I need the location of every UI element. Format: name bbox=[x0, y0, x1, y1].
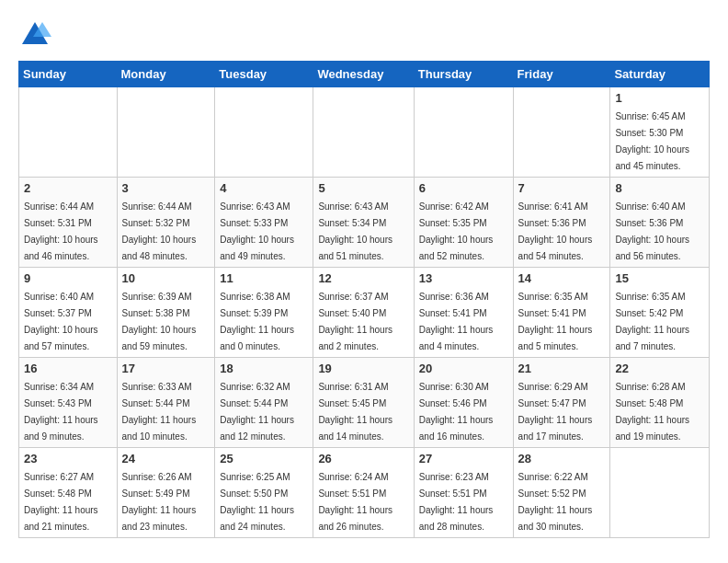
day-info: Sunrise: 6:43 AMSunset: 5:33 PMDaylight:… bbox=[220, 201, 294, 261]
week-row-4: 23 Sunrise: 6:27 AMSunset: 5:48 PMDaylig… bbox=[19, 448, 710, 538]
header bbox=[18, 18, 710, 52]
calendar-cell bbox=[117, 87, 215, 178]
day-number: 24 bbox=[122, 452, 210, 465]
calendar-cell: 16 Sunrise: 6:34 AMSunset: 5:43 PMDaylig… bbox=[19, 358, 118, 448]
day-number: 16 bbox=[24, 362, 112, 375]
day-info: Sunrise: 6:33 AMSunset: 5:44 PMDaylight:… bbox=[122, 382, 197, 442]
day-info: Sunrise: 6:24 AMSunset: 5:51 PMDaylight:… bbox=[318, 472, 392, 532]
day-info: Sunrise: 6:26 AMSunset: 5:49 PMDaylight:… bbox=[122, 472, 197, 532]
calendar-cell: 15 Sunrise: 6:35 AMSunset: 5:42 PMDaylig… bbox=[610, 268, 710, 358]
calendar-cell: 10 Sunrise: 6:39 AMSunset: 5:38 PMDaylig… bbox=[117, 268, 215, 358]
day-info: Sunrise: 6:37 AMSunset: 5:40 PMDaylight:… bbox=[318, 292, 392, 351]
day-number: 4 bbox=[220, 181, 308, 195]
day-info: Sunrise: 6:44 AMSunset: 5:31 PMDaylight:… bbox=[24, 201, 98, 261]
header-row: SundayMondayTuesdayWednesdayThursdayFrid… bbox=[19, 62, 710, 87]
calendar-cell: 8 Sunrise: 6:40 AMSunset: 5:36 PMDayligh… bbox=[610, 178, 710, 268]
day-number: 23 bbox=[24, 452, 112, 465]
calendar-cell: 7 Sunrise: 6:41 AMSunset: 5:36 PMDayligh… bbox=[513, 178, 610, 268]
calendar-cell: 3 Sunrise: 6:44 AMSunset: 5:32 PMDayligh… bbox=[117, 178, 215, 268]
week-row-0: 1 Sunrise: 6:45 AMSunset: 5:30 PMDayligh… bbox=[19, 87, 710, 178]
day-info: Sunrise: 6:27 AMSunset: 5:48 PMDaylight:… bbox=[24, 472, 98, 532]
calendar-cell: 27 Sunrise: 6:23 AMSunset: 5:51 PMDaylig… bbox=[414, 448, 513, 538]
logo bbox=[18, 18, 57, 52]
day-number: 9 bbox=[24, 271, 112, 285]
day-number: 12 bbox=[318, 271, 408, 285]
day-header-tuesday: Tuesday bbox=[215, 62, 313, 87]
day-number: 1 bbox=[615, 91, 704, 105]
day-number: 14 bbox=[518, 271, 606, 285]
logo-icon bbox=[18, 18, 51, 52]
day-info: Sunrise: 6:39 AMSunset: 5:38 PMDaylight:… bbox=[122, 292, 197, 351]
day-number: 20 bbox=[419, 362, 508, 375]
day-info: Sunrise: 6:35 AMSunset: 5:41 PMDaylight:… bbox=[518, 292, 593, 351]
calendar-cell: 19 Sunrise: 6:31 AMSunset: 5:45 PMDaylig… bbox=[313, 358, 414, 448]
day-info: Sunrise: 6:40 AMSunset: 5:37 PMDaylight:… bbox=[24, 292, 98, 351]
day-info: Sunrise: 6:35 AMSunset: 5:42 PMDaylight:… bbox=[615, 292, 689, 351]
day-header-monday: Monday bbox=[117, 62, 215, 87]
day-number: 13 bbox=[419, 271, 508, 285]
day-info: Sunrise: 6:36 AMSunset: 5:41 PMDaylight:… bbox=[419, 292, 494, 351]
week-row-1: 2 Sunrise: 6:44 AMSunset: 5:31 PMDayligh… bbox=[19, 178, 710, 268]
day-info: Sunrise: 6:42 AMSunset: 5:35 PMDaylight:… bbox=[419, 201, 494, 261]
calendar-cell bbox=[513, 87, 610, 178]
day-info: Sunrise: 6:34 AMSunset: 5:43 PMDaylight:… bbox=[24, 382, 98, 442]
calendar-cell: 23 Sunrise: 6:27 AMSunset: 5:48 PMDaylig… bbox=[19, 448, 118, 538]
day-number: 26 bbox=[318, 452, 408, 465]
day-info: Sunrise: 6:29 AMSunset: 5:47 PMDaylight:… bbox=[518, 382, 593, 442]
day-info: Sunrise: 6:38 AMSunset: 5:39 PMDaylight:… bbox=[220, 292, 294, 351]
day-number: 10 bbox=[122, 271, 210, 285]
calendar-cell bbox=[215, 87, 313, 178]
calendar-cell: 28 Sunrise: 6:22 AMSunset: 5:52 PMDaylig… bbox=[513, 448, 610, 538]
calendar-cell: 9 Sunrise: 6:40 AMSunset: 5:37 PMDayligh… bbox=[19, 268, 118, 358]
day-info: Sunrise: 6:44 AMSunset: 5:32 PMDaylight:… bbox=[122, 201, 197, 261]
day-info: Sunrise: 6:30 AMSunset: 5:46 PMDaylight:… bbox=[419, 382, 494, 442]
calendar-cell: 17 Sunrise: 6:33 AMSunset: 5:44 PMDaylig… bbox=[117, 358, 215, 448]
week-row-3: 16 Sunrise: 6:34 AMSunset: 5:43 PMDaylig… bbox=[19, 358, 710, 448]
calendar-cell: 12 Sunrise: 6:37 AMSunset: 5:40 PMDaylig… bbox=[313, 268, 414, 358]
calendar-cell bbox=[414, 87, 513, 178]
day-header-sunday: Sunday bbox=[19, 62, 118, 87]
day-number: 18 bbox=[220, 362, 308, 375]
day-number: 17 bbox=[122, 362, 210, 375]
day-number: 21 bbox=[518, 362, 606, 375]
calendar-cell: 14 Sunrise: 6:35 AMSunset: 5:41 PMDaylig… bbox=[513, 268, 610, 358]
day-number: 7 bbox=[518, 181, 606, 195]
day-info: Sunrise: 6:22 AMSunset: 5:52 PMDaylight:… bbox=[518, 472, 593, 532]
day-info: Sunrise: 6:41 AMSunset: 5:36 PMDaylight:… bbox=[518, 201, 593, 261]
calendar-cell bbox=[313, 87, 414, 178]
calendar-cell bbox=[610, 448, 710, 538]
calendar-cell: 22 Sunrise: 6:28 AMSunset: 5:48 PMDaylig… bbox=[610, 358, 710, 448]
day-info: Sunrise: 6:31 AMSunset: 5:45 PMDaylight:… bbox=[318, 382, 392, 442]
day-header-friday: Friday bbox=[513, 62, 610, 87]
day-number: 6 bbox=[419, 181, 508, 195]
day-info: Sunrise: 6:40 AMSunset: 5:36 PMDaylight:… bbox=[615, 201, 689, 261]
day-number: 5 bbox=[318, 181, 408, 195]
calendar-cell: 2 Sunrise: 6:44 AMSunset: 5:31 PMDayligh… bbox=[19, 178, 118, 268]
calendar-cell: 20 Sunrise: 6:30 AMSunset: 5:46 PMDaylig… bbox=[414, 358, 513, 448]
calendar-cell: 24 Sunrise: 6:26 AMSunset: 5:49 PMDaylig… bbox=[117, 448, 215, 538]
day-info: Sunrise: 6:43 AMSunset: 5:34 PMDaylight:… bbox=[318, 201, 392, 261]
calendar-cell: 26 Sunrise: 6:24 AMSunset: 5:51 PMDaylig… bbox=[313, 448, 414, 538]
day-info: Sunrise: 6:45 AMSunset: 5:30 PMDaylight:… bbox=[615, 111, 689, 171]
day-number: 15 bbox=[615, 271, 704, 285]
day-number: 22 bbox=[615, 362, 704, 375]
day-info: Sunrise: 6:32 AMSunset: 5:44 PMDaylight:… bbox=[220, 382, 294, 442]
day-header-saturday: Saturday bbox=[610, 62, 710, 87]
day-header-wednesday: Wednesday bbox=[313, 62, 414, 87]
calendar-cell: 13 Sunrise: 6:36 AMSunset: 5:41 PMDaylig… bbox=[414, 268, 513, 358]
calendar-cell: 6 Sunrise: 6:42 AMSunset: 5:35 PMDayligh… bbox=[414, 178, 513, 268]
day-number: 25 bbox=[220, 452, 308, 465]
day-number: 19 bbox=[318, 362, 408, 375]
day-info: Sunrise: 6:23 AMSunset: 5:51 PMDaylight:… bbox=[419, 472, 494, 532]
calendar-cell: 11 Sunrise: 6:38 AMSunset: 5:39 PMDaylig… bbox=[215, 268, 313, 358]
calendar-cell: 1 Sunrise: 6:45 AMSunset: 5:30 PMDayligh… bbox=[610, 87, 710, 178]
day-number: 27 bbox=[419, 452, 508, 465]
calendar-cell: 5 Sunrise: 6:43 AMSunset: 5:34 PMDayligh… bbox=[313, 178, 414, 268]
calendar-cell bbox=[19, 87, 118, 178]
day-info: Sunrise: 6:25 AMSunset: 5:50 PMDaylight:… bbox=[220, 472, 294, 532]
day-number: 3 bbox=[122, 181, 210, 195]
day-number: 2 bbox=[24, 181, 112, 195]
calendar-cell: 4 Sunrise: 6:43 AMSunset: 5:33 PMDayligh… bbox=[215, 178, 313, 268]
day-number: 8 bbox=[615, 181, 704, 195]
day-number: 11 bbox=[220, 271, 308, 285]
